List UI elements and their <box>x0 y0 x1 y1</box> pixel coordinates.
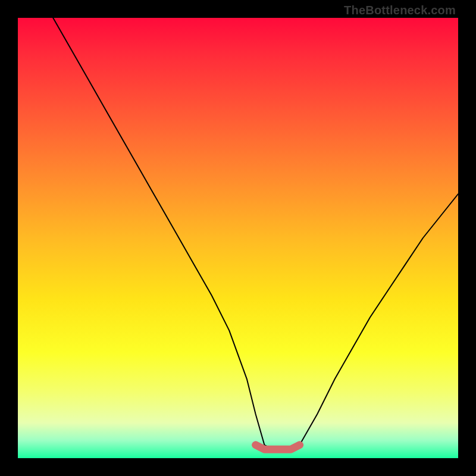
flat-zone-marker-path <box>256 445 300 449</box>
curve-svg <box>18 18 458 458</box>
watermark-text: TheBottleneck.com <box>344 4 456 17</box>
plot-area <box>18 18 458 458</box>
chart-frame: TheBottleneck.com <box>0 0 476 476</box>
bottleneck-curve-path <box>53 18 458 449</box>
